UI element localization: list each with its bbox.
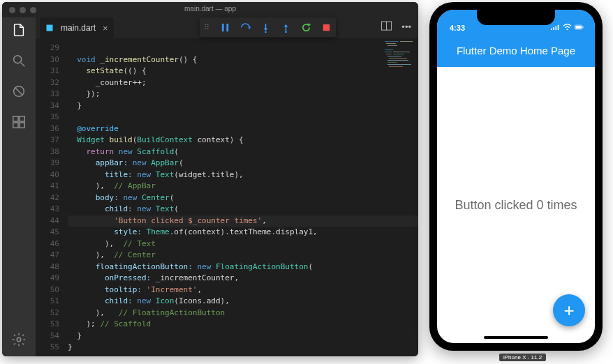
svg-rect-11 xyxy=(226,23,228,31)
titlebar: main.dart — app xyxy=(2,2,418,17)
wifi-icon xyxy=(563,24,572,32)
svg-point-0 xyxy=(14,56,22,63)
close-window-icon[interactable] xyxy=(9,7,15,13)
svg-point-27 xyxy=(566,29,568,30)
gutter: 2930313233343536373839404142434445464748… xyxy=(36,38,65,356)
pause-icon[interactable] xyxy=(220,22,230,33)
svg-line-3 xyxy=(15,88,23,96)
split-editor-icon[interactable] xyxy=(381,21,392,33)
svg-rect-24 xyxy=(553,27,554,30)
svg-rect-26 xyxy=(558,25,559,30)
svg-rect-30 xyxy=(582,26,583,29)
step-over-icon[interactable] xyxy=(240,22,251,33)
gear-icon[interactable] xyxy=(10,331,27,348)
svg-rect-4 xyxy=(13,116,18,121)
svg-rect-20 xyxy=(323,24,330,30)
drag-handle-icon[interactable]: ⠿ xyxy=(204,23,210,32)
debug-toolbar[interactable]: ⠿ xyxy=(200,17,336,37)
step-into-icon[interactable] xyxy=(260,22,271,33)
status-icons xyxy=(551,24,584,32)
close-icon[interactable]: × xyxy=(103,23,108,33)
battery-icon xyxy=(575,24,584,32)
code-content[interactable]: void _incrementCounter() { setState(() {… xyxy=(65,38,418,356)
svg-point-8 xyxy=(17,338,21,342)
svg-rect-9 xyxy=(47,25,53,31)
phone-screen: 4:33 Flutter Demo Home Page Button click… xyxy=(437,10,595,343)
svg-line-1 xyxy=(21,63,25,67)
device-label: iPhone X - 11.2 xyxy=(499,354,546,361)
svg-point-15 xyxy=(265,31,266,32)
activity-bar xyxy=(2,2,36,356)
svg-rect-5 xyxy=(20,116,24,121)
maximize-window-icon[interactable] xyxy=(30,7,36,13)
restart-icon[interactable] xyxy=(301,22,311,33)
tab-maindart[interactable]: main.dart × xyxy=(40,17,114,38)
stop-icon[interactable] xyxy=(321,22,332,33)
step-out-icon[interactable] xyxy=(281,22,291,33)
svg-marker-17 xyxy=(284,24,288,26)
traffic-lights xyxy=(2,7,36,13)
home-indicator[interactable] xyxy=(484,336,548,339)
svg-rect-23 xyxy=(551,29,552,30)
vscode-window: main.dart — app main.dart × xyxy=(2,2,418,356)
search-icon[interactable] xyxy=(10,52,27,69)
dart-file-icon xyxy=(45,24,54,32)
svg-point-18 xyxy=(285,31,286,32)
app-title: Flutter Demo Home Page xyxy=(457,45,575,56)
plus-icon: + xyxy=(563,300,574,321)
svg-rect-6 xyxy=(13,123,18,128)
app-bar: Flutter Demo Home Page xyxy=(437,33,595,67)
explorer-icon[interactable] xyxy=(10,22,27,38)
more-icon[interactable]: ••• xyxy=(401,22,411,32)
tab-label: main.dart xyxy=(61,23,96,33)
extensions-icon[interactable] xyxy=(10,114,27,130)
svg-rect-25 xyxy=(556,26,557,30)
svg-marker-12 xyxy=(249,25,251,29)
svg-rect-29 xyxy=(575,26,581,29)
svg-marker-14 xyxy=(264,28,268,31)
counter-text: Button clicked 0 times xyxy=(455,198,577,213)
debug-icon[interactable] xyxy=(10,83,27,100)
fab-add-button[interactable]: + xyxy=(553,294,585,326)
svg-rect-10 xyxy=(222,23,224,31)
signal-icon xyxy=(551,24,560,32)
window-title: main.dart — app xyxy=(184,5,236,13)
clock: 4:33 xyxy=(450,24,465,32)
svg-marker-19 xyxy=(308,22,311,26)
svg-rect-7 xyxy=(20,123,24,128)
ios-simulator: 4:33 Flutter Demo Home Page Button click… xyxy=(429,2,603,351)
editor-actions: ••• xyxy=(381,21,411,33)
editor-area: main.dart × ⠿ ••• 2930313233343536373839… xyxy=(36,2,418,356)
minimize-window-icon[interactable] xyxy=(20,7,26,13)
code-editor[interactable]: 2930313233343536373839404142434445464748… xyxy=(36,38,418,356)
notch xyxy=(477,10,555,25)
